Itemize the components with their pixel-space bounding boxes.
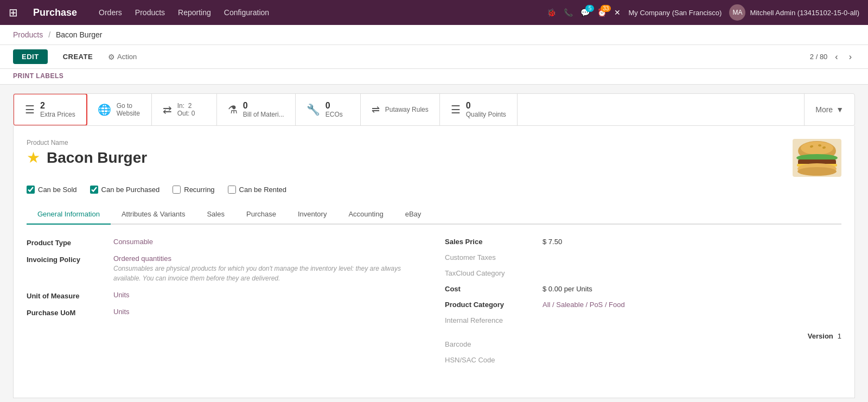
tabs-bar: General Information Attributes & Variant… <box>27 205 841 225</box>
can-be-sold-input[interactable] <box>27 186 35 194</box>
tab-ebay[interactable]: eBay <box>394 205 432 225</box>
bug-icon[interactable]: 🐞 <box>547 8 556 17</box>
nav-reporting[interactable]: Reporting <box>178 8 211 17</box>
smart-btn-more[interactable]: More ▼ <box>804 94 854 125</box>
product-image <box>793 139 841 177</box>
can-be-purchased-checkbox[interactable]: Can be Purchased <box>90 186 160 194</box>
internal-reference-label: Internal Reference <box>445 316 542 324</box>
user-avatar: MA <box>729 4 745 21</box>
company-name: My Company (San Francisco) <box>628 9 722 17</box>
extra-prices-icon: ☰ <box>25 103 35 116</box>
extra-prices-label: Extra Prices <box>40 111 75 118</box>
chevron-down-icon: ▼ <box>836 105 844 114</box>
purchase-uom-label: Purchase UoM <box>27 308 113 317</box>
recurring-input[interactable] <box>173 186 181 194</box>
nav-configuration[interactable]: Configuration <box>224 8 269 17</box>
can-be-sold-checkbox[interactable]: Can be Sold <box>27 186 77 194</box>
gear-icon: ⚙ <box>108 53 115 61</box>
unit-of-measure-value[interactable]: Units <box>113 291 423 299</box>
version-row: Version 1 <box>445 332 841 340</box>
invoicing-policy-label: Invoicing Policy <box>27 254 113 264</box>
tab-purchase[interactable]: Purchase <box>235 205 287 225</box>
checkboxes-row: Can be Sold Can be Purchased Recurring C… <box>27 186 841 194</box>
action-dropdown[interactable]: ⚙ Action <box>108 53 137 61</box>
more-label: More <box>815 105 833 114</box>
quality-icon: ☰ <box>451 103 461 116</box>
ecos-label: ECOs <box>326 111 343 118</box>
cost-label: Cost <box>445 285 542 293</box>
smart-btn-extra-prices[interactable]: ☰ 2 Extra Prices <box>13 93 87 126</box>
website-icon: 🌐 <box>98 103 111 116</box>
chat-icon[interactable]: 💬 5 <box>580 8 590 17</box>
purchase-uom-value[interactable]: Units <box>113 308 423 316</box>
website-label-go: Go to <box>117 102 140 110</box>
right-form-section: Sales Price $ 7.50 Customer Taxes TaxClo… <box>445 238 841 372</box>
smart-btn-ecos[interactable]: 🔧 0 ECOs <box>296 94 361 125</box>
smart-btn-quality[interactable]: ☰ 0 Quality Points <box>440 94 518 125</box>
can-be-rented-input[interactable] <box>228 186 236 194</box>
can-be-purchased-input[interactable] <box>90 186 98 194</box>
cost-row: Cost $ 0.00 per Units <box>445 285 841 293</box>
can-be-purchased-label: Can be Purchased <box>101 186 160 194</box>
pagination-next[interactable]: › <box>846 51 855 63</box>
bom-count: 0 <box>243 101 284 111</box>
invoicing-policy-value[interactable]: Ordered quantities <box>113 254 423 264</box>
tab-inventory[interactable]: Inventory <box>287 205 337 225</box>
top-navigation: ⊞ Purchase Orders Products Reporting Con… <box>0 0 868 25</box>
tab-sales[interactable]: Sales <box>196 205 235 225</box>
smart-btn-bom[interactable]: ⚗ 0 Bill of Materi... <box>217 94 296 125</box>
user-menu[interactable]: MA Mitchell Admin (13415102-15-0-all) <box>729 4 859 21</box>
product-header: Product Name ★ Bacon Burger <box>27 139 841 177</box>
nav-orders[interactable]: Orders <box>99 8 122 17</box>
svg-point-9 <box>797 167 837 176</box>
barcode-row: Barcode <box>445 340 841 348</box>
sales-price-row: Sales Price $ 7.50 <box>445 238 841 246</box>
hsn-sac-row: HSN/SAC Code <box>445 356 841 364</box>
smart-btn-website[interactable]: 🌐 Go to Website <box>87 94 152 125</box>
general-tab-content: Product Type Consumable Invoicing Policy… <box>27 225 841 385</box>
product-form: Product Name ★ Bacon Burger <box>13 126 855 398</box>
edit-button[interactable]: EDIT <box>13 49 48 64</box>
phone-icon[interactable]: 📞 <box>564 8 573 17</box>
product-type-value[interactable]: Consumable <box>113 238 423 246</box>
product-type-label: Product Type <box>27 238 113 247</box>
pagination: 2 / 80 ‹ › <box>810 51 855 63</box>
quality-label: Quality Points <box>466 111 506 118</box>
tab-attributes[interactable]: Attributes & Variants <box>111 205 196 225</box>
app-name[interactable]: Purchase <box>33 7 77 18</box>
favorite-star-icon[interactable]: ★ <box>27 149 40 167</box>
sales-price-value: $ 7.50 <box>542 238 562 246</box>
main-content: ☰ 2 Extra Prices 🌐 Go to Website ⇄ In: 2… <box>0 85 868 402</box>
close-icon[interactable]: ✕ <box>614 8 621 17</box>
product-type-row: Product Type Consumable <box>27 238 423 247</box>
smart-btn-in-out[interactable]: ⇄ In: 2 Out: 0 <box>152 94 217 125</box>
can-be-rented-checkbox[interactable]: Can be Rented <box>228 186 286 194</box>
unit-of-measure-row: Unit of Measure Units <box>27 291 423 300</box>
clock-icon[interactable]: ⏰ 33 <box>597 8 607 17</box>
recurring-label: Recurring <box>184 186 214 194</box>
breadcrumb-parent[interactable]: Products <box>13 30 43 39</box>
putaway-icon: ⇌ <box>372 104 380 116</box>
pagination-prev[interactable]: ‹ <box>832 51 841 63</box>
arrows-icon: ⇄ <box>163 103 172 116</box>
cost-value: $ 0.00 per Units <box>542 285 592 293</box>
smart-btn-putaway[interactable]: ⇌ Putaway Rules <box>361 94 440 125</box>
svg-point-1 <box>801 142 833 155</box>
tab-general[interactable]: General Information <box>27 205 111 225</box>
product-category-value[interactable]: All / Saleable / PoS / Food <box>542 301 625 309</box>
create-button[interactable]: CREATE <box>54 49 101 64</box>
print-labels-bar: PRINT LABELS <box>0 69 868 85</box>
smart-buttons-bar: ☰ 2 Extra Prices 🌐 Go to Website ⇄ In: 2… <box>13 93 855 126</box>
nav-products[interactable]: Products <box>135 8 165 17</box>
app-grid-icon[interactable]: ⊞ <box>9 6 18 19</box>
website-label-website: Website <box>117 110 140 117</box>
pagination-text: 2 / 80 <box>810 53 828 61</box>
clock-badge: 33 <box>601 5 611 12</box>
tab-accounting[interactable]: Accounting <box>337 205 394 225</box>
taxcloud-category-row: TaxCloud Category <box>445 269 841 277</box>
product-name-label: Product Name <box>27 139 793 146</box>
invoicing-policy-hint: Consumables are physical products for wh… <box>113 265 401 282</box>
customer-taxes-label: Customer Taxes <box>445 253 542 261</box>
recurring-checkbox[interactable]: Recurring <box>173 186 214 194</box>
print-labels-link[interactable]: PRINT LABELS <box>13 72 63 80</box>
